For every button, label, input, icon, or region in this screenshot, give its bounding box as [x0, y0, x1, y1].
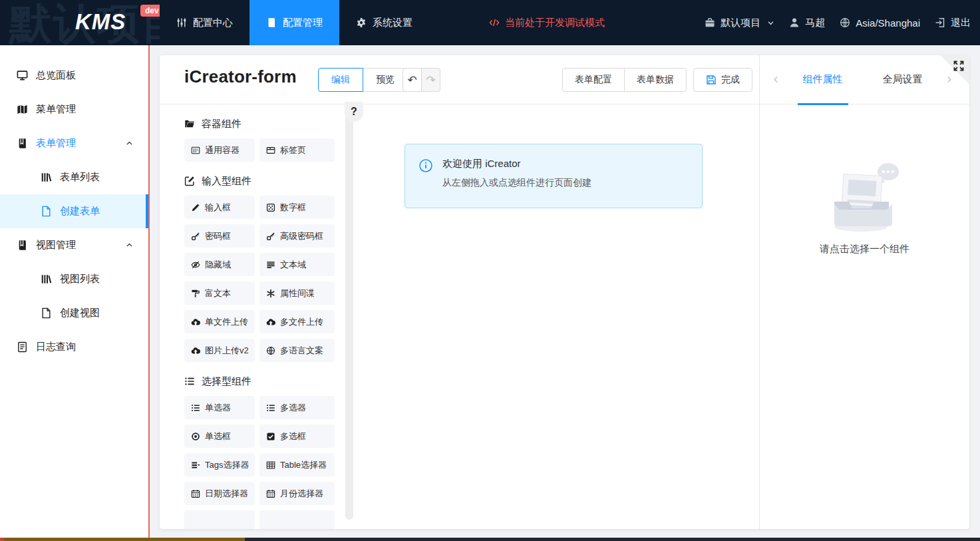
nav-item-配置中心[interactable]: 配置中心 [160, 0, 249, 45]
key-icon [191, 232, 200, 241]
mode-button-编辑[interactable]: 编辑 [318, 68, 363, 92]
palette-section-输入型组件: 输入型组件 [184, 174, 353, 188]
logout-icon [935, 17, 945, 28]
palette-item-数字框[interactable]: 数字框 [259, 196, 335, 219]
help-badge[interactable]: ? [345, 102, 363, 122]
palette-item-输入框[interactable]: 输入框 [184, 196, 255, 219]
sidebar-item-视图列表[interactable]: 视图列表 [0, 262, 148, 296]
palette-item-label: 密码框 [205, 230, 231, 242]
nav-right-Asia/Shanghai[interactable]: Asia/Shanghai [840, 17, 920, 29]
inspector-tab-全局设置[interactable]: 全局设置 [878, 55, 928, 104]
editor-toolbar: iCreator-form 编辑预览 ↶ ↷ 清空 表单配置表单数据 [160, 55, 759, 104]
palette-item-日期选择器[interactable]: 日期选择器 [184, 482, 255, 505]
palette-section-容器组件: 容器组件 [184, 117, 353, 130]
palette-item-Tags选择器[interactable]: Tags选择器 [184, 453, 255, 476]
map-icon [17, 104, 28, 115]
number-icon [266, 203, 275, 212]
mode-button-group: 编辑预览 [318, 68, 408, 92]
nav-right-默认项目[interactable]: 默认项目 [705, 17, 774, 29]
save-icon [706, 75, 717, 85]
sidebar-item-label: 视图管理 [36, 239, 76, 252]
palette-item-文本域[interactable]: 文本域 [259, 253, 335, 276]
nav-right-label: 默认项目 [721, 17, 760, 29]
palette-item-属性间谍[interactable]: 属性间谍 [259, 281, 335, 305]
top-navbar: 默认项目 KMS dev 配置中心配置管理系统设置 当前处于开发调试模式 默认项… [0, 0, 980, 45]
undo-redo-group: ↶ ↷ [403, 68, 440, 92]
palette-item-多选框[interactable]: 多选框 [259, 425, 335, 448]
form-canvas[interactable]: 欢迎使用 iCreator 从左侧拖入或点选组件进行页面创建 [353, 104, 759, 529]
sidebar-item-表单列表[interactable]: 表单列表 [0, 160, 148, 194]
palette-item-月份选择器[interactable]: 月份选择器 [259, 482, 335, 505]
sidebar-item-创建视图[interactable]: 创建视图 [0, 296, 148, 330]
calendar-icon [191, 489, 200, 498]
page-title: iCreator-form [184, 67, 297, 87]
palette-item-图片上传v2[interactable]: 图片上传v2 [184, 339, 255, 362]
nav-item-配置管理[interactable]: 配置管理 [249, 0, 339, 45]
palette-item-label: 图片上传v2 [205, 345, 249, 357]
form-button-表单配置[interactable]: 表单配置 [562, 68, 625, 92]
palette-item-高级密码框[interactable]: 高级密码框 [259, 224, 335, 248]
palette-item-密码框[interactable]: 密码框 [184, 224, 255, 248]
sidebar-item-视图管理[interactable]: 视图管理 [0, 228, 148, 262]
palette-item-多文件上传[interactable]: 多文件上传 [259, 310, 335, 333]
palette-item-label: 文本域 [280, 259, 306, 271]
alert-title: 欢迎使用 iCreator [442, 158, 689, 170]
redo-button[interactable]: ↷ [421, 68, 440, 92]
inspector-tab-组件属性[interactable]: 组件属性 [798, 55, 848, 104]
eye-slash-icon [191, 260, 200, 270]
palette-item-通用容器[interactable]: 通用容器 [184, 138, 255, 162]
palette-item-label: 多选器 [280, 402, 306, 414]
chevron-left-icon[interactable] [769, 73, 783, 87]
list-icon [184, 376, 195, 387]
nav-right-马超[interactable]: 马超 [789, 17, 825, 29]
palette-item-label: Table选择器 [280, 459, 327, 471]
empty-state-caption: 请点击选择一个组件 [820, 243, 909, 256]
sidebar-item-菜单管理[interactable]: 菜单管理 [0, 92, 148, 126]
nav-right-退出[interactable]: 退出 [935, 17, 971, 29]
editor-card: iCreator-form 编辑预览 ↶ ↷ 清空 表单配置表单数据 [160, 55, 969, 529]
main-area: iCreator-form 编辑预览 ↶ ↷ 清空 表单配置表单数据 [150, 45, 980, 541]
fullscreen-icon[interactable] [953, 60, 965, 72]
globe-icon [266, 346, 275, 355]
palette-item-隐藏域[interactable]: 隐藏域 [184, 253, 255, 276]
palette-item-单选框[interactable]: 单选框 [184, 425, 255, 448]
briefcase-icon [705, 17, 715, 28]
log-icon [17, 341, 28, 353]
radio-icon [191, 432, 200, 441]
form-button-表单数据[interactable]: 表单数据 [624, 68, 687, 92]
redo-icon: ↷ [426, 73, 435, 87]
form-button-group: 表单配置表单数据 [562, 68, 687, 92]
palette-item-label: 隐藏域 [205, 259, 231, 271]
palette-item-Table选择器[interactable]: Table选择器 [259, 453, 335, 476]
chevron-down-icon [767, 19, 774, 27]
mode-button-预览[interactable]: 预览 [363, 68, 408, 92]
nav-items: 配置中心配置管理系统设置 [160, 0, 429, 45]
library-icon [41, 273, 52, 285]
nav-item-系统设置[interactable]: 系统设置 [339, 0, 429, 45]
palette-item-单选器[interactable]: 单选器 [184, 396, 255, 419]
palette-item-label: 单文件上传 [205, 316, 248, 328]
done-button[interactable]: 完成 [693, 68, 752, 92]
sidebar-item-创建表单[interactable]: 创建表单 [0, 194, 148, 228]
palette-section-选择型组件: 选择型组件 [184, 375, 353, 388]
palette-item-富文本[interactable]: 富文本 [184, 281, 255, 305]
list-icon [191, 403, 200, 413]
palette-item-多语言文案[interactable]: 多语言文案 [259, 339, 335, 362]
palette-item-标签页[interactable]: 标签页 [259, 138, 335, 162]
palette-item-单文件上传[interactable]: 单文件上传 [184, 310, 255, 333]
sidebar-item-总览面板[interactable]: 总览面板 [0, 59, 148, 92]
sidebar-item-表单管理[interactable]: 表单管理 [0, 126, 148, 160]
pen-icon [191, 203, 200, 212]
undo-button[interactable]: ↶ [403, 68, 422, 92]
cloud-upload-icon [191, 317, 200, 327]
palette-scrollbar[interactable] [345, 104, 353, 520]
palette-item-多选器[interactable]: 多选器 [259, 396, 335, 419]
sidebar-item-日志查询[interactable]: 日志查询 [0, 330, 148, 364]
monitor-icon [17, 70, 28, 81]
nav-item-label: 配置中心 [193, 17, 233, 29]
container-icon [191, 146, 200, 155]
logo-zone[interactable]: 默认项目 KMS dev [0, 0, 160, 45]
palette-item-partial[interactable] [259, 510, 335, 529]
nav-item-label: 配置管理 [283, 17, 323, 29]
palette-item-partial[interactable] [184, 510, 255, 529]
